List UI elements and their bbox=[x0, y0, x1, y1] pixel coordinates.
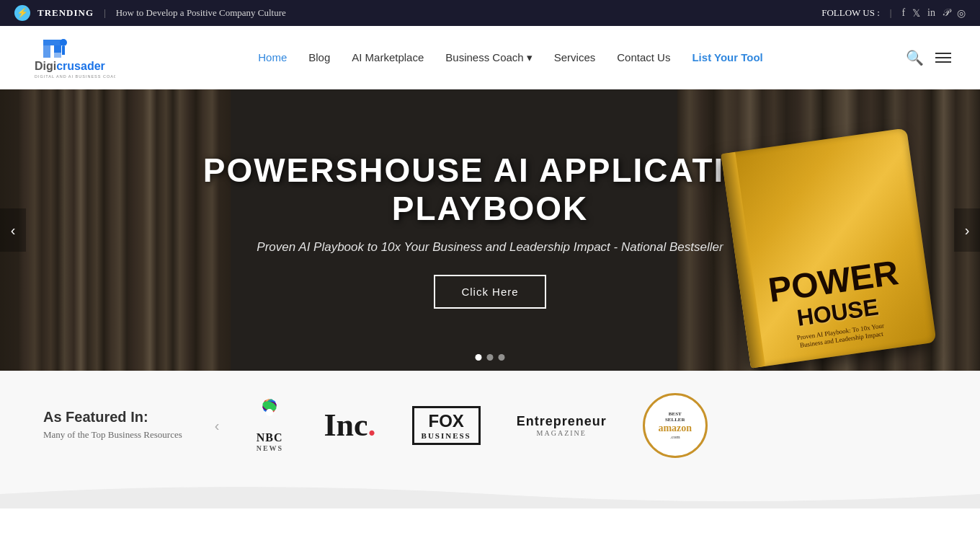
hero-dots bbox=[476, 354, 505, 361]
amazon-bestseller-badge: BESTSELLER amazon .com bbox=[643, 393, 708, 458]
nav-ai-marketplace[interactable]: AI Marketplace bbox=[352, 51, 424, 63]
top-bar-divider: | bbox=[104, 7, 106, 19]
fox-text: FOX bbox=[428, 411, 463, 431]
svg-marker-2 bbox=[43, 45, 50, 58]
hero-dot-1[interactable] bbox=[476, 354, 482, 361]
amazon-badge-title: BESTSELLER bbox=[665, 411, 685, 423]
featured-subtitle: Many of the Top Business Resources bbox=[43, 428, 182, 441]
hamburger-menu[interactable] bbox=[935, 53, 951, 63]
fox-business-text: BUSINESS bbox=[422, 431, 471, 440]
hero-prev-button[interactable]: ‹ bbox=[0, 208, 26, 252]
hero-subtitle: Proven AI Playbook to 10x Your Business … bbox=[257, 240, 723, 255]
nav-contact-us[interactable]: Contact Us bbox=[617, 51, 670, 63]
amazon-badge-circle: BESTSELLER amazon .com bbox=[643, 393, 708, 458]
hero-cta-button[interactable]: Click Here bbox=[434, 275, 545, 309]
inc-logo-text: Inc. bbox=[324, 410, 375, 441]
social-icons: f 𝕏 in 𝒫 ◎ bbox=[901, 7, 966, 19]
nav-home[interactable]: Home bbox=[258, 51, 287, 63]
header: Digicrusader DIGITAL AND AI BUSINESS COA… bbox=[0, 26, 980, 89]
trending-icon: ⚡ bbox=[14, 5, 30, 21]
wave-divider bbox=[0, 480, 980, 508]
header-actions: 🔍 bbox=[906, 49, 951, 66]
follow-label: FOLLOW US : bbox=[821, 7, 880, 19]
svg-rect-3 bbox=[54, 45, 61, 58]
nav-blog[interactable]: Blog bbox=[308, 51, 330, 63]
nbc-news-logo: NBC NEWS bbox=[251, 399, 288, 452]
pinterest-icon[interactable]: 𝒫 bbox=[943, 7, 950, 19]
top-bar-right: FOLLOW US : | f 𝕏 in 𝒫 ◎ bbox=[821, 7, 966, 19]
site-logo[interactable]: Digicrusader DIGITAL AND AI BUSINESS COA… bbox=[29, 32, 115, 83]
amazon-logo-text: amazon bbox=[658, 423, 692, 434]
main-nav: Home Blog AI Marketplace Business Coach … bbox=[258, 51, 763, 64]
svg-rect-5 bbox=[62, 46, 65, 55]
twitter-icon[interactable]: 𝕏 bbox=[912, 7, 920, 19]
nav-list-your-tool[interactable]: List Your Tool bbox=[692, 51, 762, 63]
entrepreneur-logo: Entrepreneur MAGAZINE bbox=[517, 414, 607, 437]
entrepreneur-text: Entrepreneur bbox=[517, 414, 607, 429]
hero-next-button[interactable]: › bbox=[954, 208, 980, 252]
nav-business-coach[interactable]: Business Coach ▾ bbox=[445, 51, 532, 64]
entrepreneur-magazine-text: MAGAZINE bbox=[537, 429, 587, 437]
featured-logos: NBC NEWS Inc. FOX BUSINESS Entrepreneur … bbox=[251, 393, 937, 458]
svg-point-14 bbox=[266, 409, 273, 416]
linkedin-icon[interactable]: in bbox=[927, 7, 935, 19]
top-bar: ⚡ TRENDING | How to Develop a Positive C… bbox=[0, 0, 980, 26]
top-bar-left: ⚡ TRENDING | How to Develop a Positive C… bbox=[14, 5, 286, 21]
featured-prev-button[interactable]: ‹ bbox=[211, 418, 223, 434]
search-icon[interactable]: 🔍 bbox=[906, 49, 924, 66]
featured-label: As Featured In: Many of the Top Business… bbox=[43, 409, 182, 441]
svg-text:Digicrusader: Digicrusader bbox=[35, 60, 105, 72]
chevron-down-icon: ▾ bbox=[527, 51, 533, 64]
fox-logo-box: FOX BUSINESS bbox=[412, 406, 481, 445]
trending-article-title[interactable]: How to Develop a Positive Company Cultur… bbox=[116, 7, 286, 19]
trending-label: TRENDING bbox=[37, 7, 94, 19]
book-image: POWER HOUSE Proven AI Playbook: To 10x Y… bbox=[735, 140, 937, 371]
svg-point-4 bbox=[60, 39, 67, 46]
hero-slider: POWERSHOUSE AI APPLICATION PLAYBOOK Prov… bbox=[0, 89, 980, 371]
inc-magazine-logo: Inc. bbox=[324, 410, 375, 441]
fox-business-logo: FOX BUSINESS bbox=[412, 406, 481, 445]
svg-text:DIGITAL AND AI BUSINESS COACH: DIGITAL AND AI BUSINESS COACH bbox=[35, 74, 115, 79]
instagram-icon[interactable]: ◎ bbox=[957, 7, 966, 19]
facebook-icon[interactable]: f bbox=[901, 7, 905, 19]
hero-dot-3[interactable] bbox=[499, 354, 505, 361]
nav-services[interactable]: Services bbox=[554, 51, 596, 63]
featured-title: As Featured In: bbox=[43, 409, 182, 426]
nbc-news-text: NBC NEWS bbox=[257, 431, 283, 452]
hero-dot-2[interactable] bbox=[487, 354, 494, 361]
amazon-badge-sub: .com bbox=[670, 434, 680, 440]
nbc-peacock-icon bbox=[251, 399, 288, 431]
logo-area[interactable]: Digicrusader DIGITAL AND AI BUSINESS COA… bbox=[29, 32, 115, 83]
featured-section: As Featured In: Many of the Top Business… bbox=[0, 371, 980, 480]
